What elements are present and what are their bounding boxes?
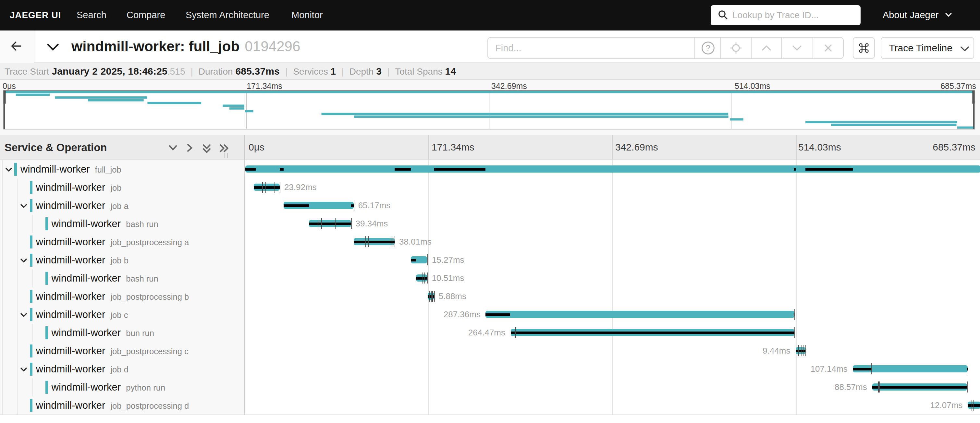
svg-text:?: ?: [706, 44, 710, 52]
